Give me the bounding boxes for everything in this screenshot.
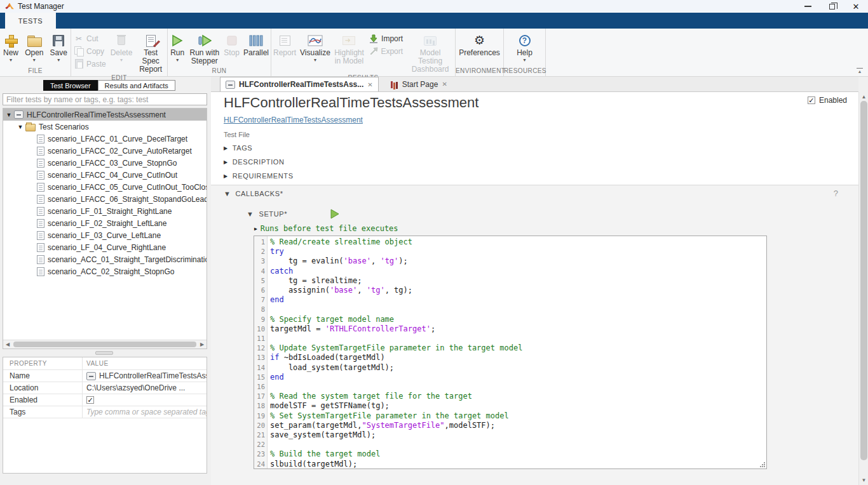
tree-item-label: scenario_LF_03_Curve_LeftLane — [48, 231, 161, 240]
page-title: HLFControllerRealTimeTestsAssessment — [224, 95, 478, 111]
chevron-right-icon: ▶ — [224, 173, 228, 179]
tree-item-scenario[interactable]: scenario_LF_02_Straight_LeftLane — [3, 217, 207, 229]
section-description[interactable]: ▶ DESCRIPTION — [224, 158, 285, 166]
run-with-stepper-button[interactable]: Run with Stepper — [187, 32, 222, 66]
tree-horizontal-scrollbar[interactable]: ◀ ▶ — [3, 340, 207, 349]
tree-item-folder[interactable]: ▼Test Scenarios — [3, 121, 207, 133]
scroll-left-icon[interactable]: ◀ — [3, 342, 12, 347]
run-setup-icon[interactable] — [330, 209, 339, 219]
highlight-in-model-button[interactable]: Highlight in Model — [332, 32, 366, 66]
model-testing-dashboard-button[interactable]: Model Testing Dashboard — [405, 32, 455, 74]
line-number: 3 — [254, 256, 265, 266]
code-area[interactable]: % Read/create slrealtime objecttry tg = … — [268, 236, 766, 468]
tree-item-label: scenario_LFACC_03_Curve_StopnGo — [48, 159, 177, 168]
editor-resize-grip[interactable] — [759, 462, 765, 467]
tree-item-label: scenario_LF_02_Straight_LeftLane — [48, 219, 166, 228]
main-panel: HLFControllerRealTimeTestsAss... ✕ Start… — [211, 77, 858, 485]
tags-input[interactable]: Type comma or space separated tags — [83, 406, 207, 418]
tree-item-root[interactable]: ▼HLFControllerRealTimeTestsAssessment — [3, 109, 207, 121]
tree-item-scenario[interactable]: scenario_LFACC_03_Curve_StopnGo — [3, 157, 207, 169]
setup-hint[interactable]: ▶ Runs before test file executes — [254, 224, 398, 233]
collapse-ribbon-button[interactable]: ▲ — [855, 68, 864, 76]
code-line: tg = slrealtime; — [270, 276, 766, 286]
test-spec-report-button[interactable]: Test Spec Report — [134, 32, 167, 74]
delete-button[interactable]: Delete▾ — [109, 32, 135, 63]
document-icon — [37, 219, 44, 228]
line-number: 6 — [254, 286, 265, 295]
document-icon — [37, 195, 44, 204]
line-number: 16 — [254, 382, 265, 392]
tab-test-browser[interactable]: Test Browser — [43, 80, 98, 91]
title-bar: Test Manager ✕ — [0, 0, 868, 13]
restore-button[interactable] — [820, 0, 844, 13]
minimize-button[interactable] — [796, 0, 820, 13]
enabled-toggle: ✓ Enabled — [808, 96, 847, 105]
scrollbar-thumb[interactable] — [860, 101, 867, 460]
import-button[interactable]: Import — [369, 33, 403, 44]
tree-item-scenario[interactable]: scenario_LF_04_Curve_RightLane — [3, 241, 207, 253]
scroll-right-icon[interactable]: ▶ — [198, 342, 207, 347]
help-icon[interactable]: ? — [834, 189, 838, 198]
parallel-button[interactable]: Parallel — [241, 32, 271, 58]
code-line: targetMdl = 'RTHLFControllerTarget'; — [270, 324, 766, 334]
report-document-icon — [146, 35, 156, 47]
close-button[interactable]: ✕ — [844, 0, 868, 13]
expander-icon[interactable]: ▼ — [6, 112, 12, 118]
setup-header[interactable]: ▼ SETUP* — [247, 209, 339, 219]
cut-scissors-icon: ✂ — [74, 34, 84, 43]
tree-item-scenario[interactable]: scenario_LFACC_06_Straight_StopandGoLead… — [3, 193, 207, 205]
expander-icon[interactable]: ▼ — [17, 124, 24, 130]
chevron-right-icon: ▶ — [224, 145, 228, 151]
tab-test-file[interactable]: HLFControllerRealTimeTestsAss... ✕ — [220, 77, 379, 91]
main-vertical-scrollbar[interactable]: ▲ ▼ — [858, 92, 868, 485]
tree-item-scenario[interactable]: scenario_LFACC_01_Curve_DecelTarget — [3, 133, 207, 145]
property-row-tags: Tags Type comma or space separated tags — [3, 406, 207, 418]
tree-item-label: scenario_LFACC_05_Curve_CutInOut_TooClos… — [48, 183, 207, 192]
filter-tests-input[interactable] — [3, 93, 207, 105]
stop-button[interactable]: Stop — [222, 32, 241, 58]
report-button[interactable]: Report — [271, 32, 298, 58]
run-button[interactable]: Run▾ — [168, 32, 187, 63]
tab-tests[interactable]: TESTS — [5, 13, 56, 29]
tree-item-scenario[interactable]: scenario_ACC_01_Straight_TargetDiscrimin… — [3, 253, 207, 265]
save-button[interactable]: Save▾ — [48, 32, 69, 63]
setup-code-editor[interactable]: 123456789101112131415161718192021222324 … — [254, 236, 767, 469]
scrollbar-thumb[interactable] — [13, 342, 196, 347]
test-file-link[interactable]: HLFControllerRealTimeTestsAssessment — [224, 116, 363, 124]
tree-item-scenario[interactable]: scenario_ACC_02_Straight_StopnGo — [3, 265, 207, 277]
chevron-down-icon: ▼ — [224, 190, 231, 197]
code-line: % Set SystemTargetFile parameter in the … — [270, 411, 766, 421]
group-label-file: FILE — [0, 67, 71, 77]
export-button[interactable]: Export — [369, 46, 403, 56]
dashboard-icon — [424, 36, 437, 46]
enabled-checkbox[interactable]: ✓ — [808, 96, 815, 104]
tree-item-scenario[interactable]: scenario_LF_03_Curve_LeftLane — [3, 229, 207, 241]
tab-start-page[interactable]: Start Page ✕ — [385, 77, 452, 91]
cut-button[interactable]: ✂Cut — [74, 33, 106, 44]
copy-button[interactable]: Copy — [74, 46, 106, 56]
tree-item-scenario[interactable]: scenario_LFACC_04_Curve_CutInOut — [3, 169, 207, 181]
line-number: 14 — [254, 363, 265, 373]
panel-splitter-handle[interactable] — [95, 351, 113, 355]
run-stepper-icon — [198, 34, 212, 47]
tab-results-and-artifacts[interactable]: Results and Artifacts — [98, 80, 175, 91]
enabled-checkbox[interactable]: ✓ — [86, 396, 94, 404]
scroll-down-icon[interactable]: ▼ — [859, 477, 868, 483]
tree-item-scenario[interactable]: scenario_LF_01_Straight_RightLane — [3, 205, 207, 217]
section-callbacks: ▼ CALLBACKS* ? ▼ SETUP* ▶ Runs before te… — [211, 185, 858, 485]
section-tags[interactable]: ▶ TAGS — [224, 144, 252, 152]
close-tab-icon[interactable]: ✕ — [367, 81, 372, 88]
help-button[interactable]: ? Help▾ — [515, 32, 534, 63]
paste-button[interactable]: Paste — [74, 58, 106, 69]
section-requirements[interactable]: ▶ REQUIREMENTS — [224, 172, 294, 180]
paste-clipboard-icon — [74, 60, 84, 69]
new-button[interactable]: New▾ — [1, 32, 20, 63]
close-tab-icon[interactable]: ✕ — [442, 81, 447, 88]
preferences-button[interactable]: ⚙ Preferences — [457, 32, 502, 58]
scroll-up-icon[interactable]: ▲ — [859, 94, 868, 100]
tree-item-scenario[interactable]: scenario_LFACC_02_Curve_AutoRetarget — [3, 145, 207, 157]
tree-item-scenario[interactable]: scenario_LFACC_05_Curve_CutInOut_TooClos… — [3, 181, 207, 193]
open-button[interactable]: Open▾ — [23, 32, 45, 63]
visualize-button[interactable]: Visualize▾ — [298, 32, 332, 63]
callbacks-header[interactable]: ▼ CALLBACKS* — [224, 190, 283, 197]
